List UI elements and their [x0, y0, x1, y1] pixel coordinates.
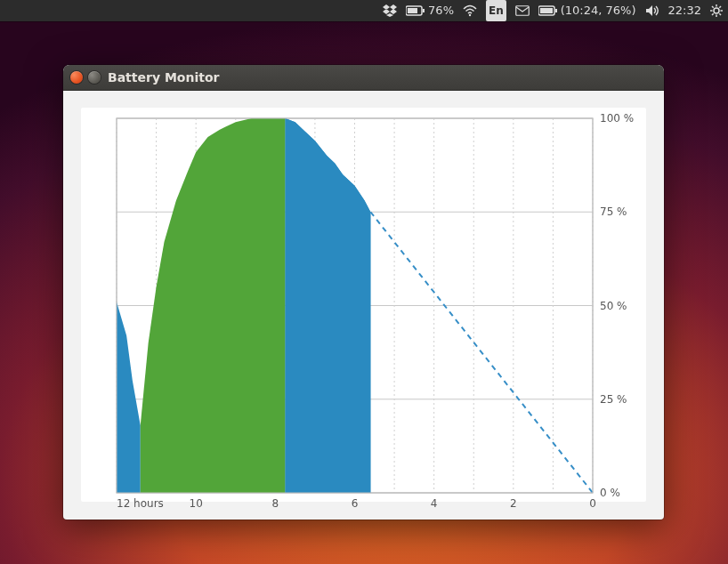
x-tick-label: 0 — [589, 497, 596, 510]
laptop-battery-label: 76% — [428, 0, 454, 21]
dropbox-indicator[interactable] — [383, 4, 397, 17]
y-tick-label: 0 % — [600, 487, 620, 499]
svg-rect-4 — [516, 6, 530, 16]
svg-rect-1 — [408, 8, 417, 13]
keyboard-layout-indicator[interactable]: En — [486, 0, 506, 21]
x-tick-label: 8 — [272, 497, 279, 510]
ups-battery-label: (10:24, 76%) — [561, 0, 636, 21]
window-controls — [70, 71, 101, 84]
session-cog-indicator[interactable] — [710, 4, 723, 17]
svg-rect-7 — [555, 9, 557, 12]
clock-indicator[interactable]: 22:32 — [668, 0, 701, 21]
ups-battery-indicator[interactable]: (10:24, 76%) — [538, 0, 636, 21]
y-tick-label: 50 % — [600, 300, 627, 312]
window-minimize-button[interactable] — [88, 71, 101, 84]
svg-line-14 — [719, 13, 721, 15]
mail-indicator[interactable] — [515, 5, 530, 16]
svg-line-15 — [719, 6, 721, 8]
window-titlebar[interactable]: Battery Monitor — [63, 65, 664, 91]
svg-line-13 — [712, 6, 714, 8]
battery-history-chart: 0 %25 %50 %75 %100 %12 hours1086420 — [81, 108, 646, 502]
svg-line-16 — [712, 13, 714, 15]
battery-monitor-window: Battery Monitor 0 %25 %50 %75 %100 %12 h… — [63, 65, 664, 520]
window-title: Battery Monitor — [108, 70, 219, 85]
y-tick-label: 25 % — [600, 393, 627, 406]
clock-label: 22:32 — [668, 0, 701, 21]
svg-rect-6 — [540, 8, 553, 13]
svg-point-8 — [714, 8, 719, 13]
window-content: 0 %25 %50 %75 %100 %12 hours1086420 — [81, 108, 646, 502]
x-tick-label: 2 — [510, 497, 517, 510]
system-menubar: 76% En (10:24, 76%) 22:32 — [0, 0, 728, 21]
y-tick-label: 75 % — [600, 205, 627, 218]
window-close-button[interactable] — [70, 71, 83, 84]
y-tick-label: 100 % — [600, 112, 634, 125]
x-tick-label: 6 — [352, 497, 359, 510]
svg-point-3 — [469, 14, 471, 16]
x-tick-label: 12 hours — [117, 497, 164, 510]
keyboard-layout-label: En — [489, 0, 504, 21]
network-wifi-indicator[interactable] — [463, 4, 477, 17]
x-tick-label: 10 — [190, 497, 203, 510]
x-tick-label: 4 — [431, 497, 438, 510]
svg-rect-2 — [423, 9, 425, 12]
volume-indicator[interactable] — [645, 4, 659, 17]
laptop-battery-indicator[interactable]: 76% — [406, 0, 454, 21]
